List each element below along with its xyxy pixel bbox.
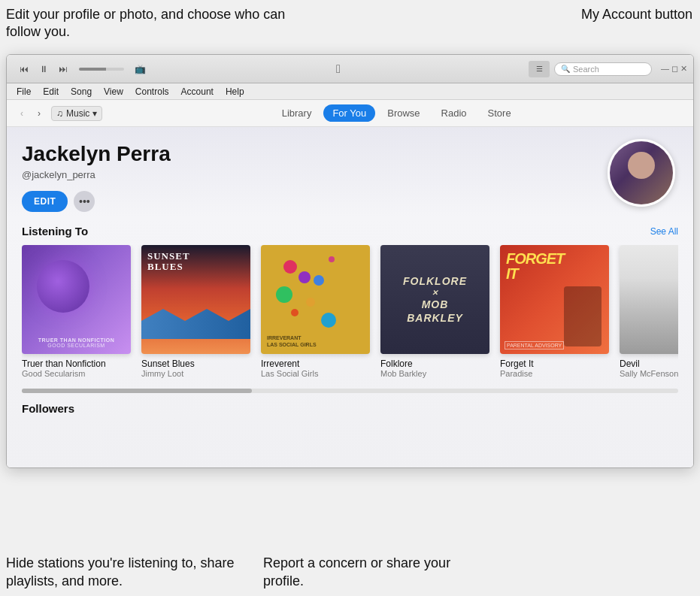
menu-song[interactable]: Song xyxy=(65,85,97,98)
avatar-image xyxy=(610,141,673,204)
horizontal-scrollbar[interactable] xyxy=(22,389,678,393)
album-art-truer: TRUER THAN NONFICTIONGOOD SECULARISM xyxy=(22,245,131,354)
rewind-button[interactable]: ⏮ xyxy=(16,62,32,76)
profile-buttons: EDIT ••• xyxy=(22,191,678,212)
chevron-down-icon: ▾ xyxy=(92,108,97,119)
tab-for-you[interactable]: For You xyxy=(323,104,375,122)
profile-handle: @jackelyn_perra xyxy=(22,169,678,180)
search-input[interactable]: Search xyxy=(573,65,599,74)
menu-file[interactable]: File xyxy=(11,85,36,98)
album-artist: Jimmy Loot xyxy=(141,369,250,378)
annotation-top-right: My Account button xyxy=(542,6,692,23)
listening-to-title: Listening To xyxy=(22,225,88,237)
album-artist: Las Social Girls xyxy=(261,369,370,378)
profile-name: Jackelyn Perra xyxy=(22,142,678,166)
music-note-icon: ♫ xyxy=(56,108,63,119)
list-item[interactable]: TRUER THAN NONFICTIONGOOD SECULARISM Tru… xyxy=(22,245,131,378)
title-bar: ⏮ ⏸ ⏭ 📺  ☰ 🔍 Search — ◻ ✕ xyxy=(7,55,693,83)
list-item[interactable]: DEVIL Sally McF... Devil Sally McFenson xyxy=(620,245,678,378)
profile-section: Jackelyn Perra @jackelyn_perra EDIT ••• xyxy=(7,127,693,225)
album-title: Irreverent xyxy=(261,359,370,369)
album-title: Devil xyxy=(620,359,678,369)
list-item[interactable]: FOLKLORE ✕ MOBBARKLEY Folklore Mob Barkl… xyxy=(380,245,489,378)
section-header: Listening To See All xyxy=(22,225,678,237)
more-button[interactable]: ••• xyxy=(74,191,95,212)
album-artist: Paradise xyxy=(500,369,609,378)
list-item[interactable]: FORGETIT PARENTAL ADVISORY Forget It Par… xyxy=(500,245,609,378)
edit-button[interactable]: EDIT xyxy=(22,191,68,212)
album-title: Sunset Blues xyxy=(141,359,250,369)
album-grid: TRUER THAN NONFICTIONGOOD SECULARISM Tru… xyxy=(22,245,678,378)
annotation-bottom-right: Report a concern or share your profile. xyxy=(263,555,459,590)
tab-browse[interactable]: Browse xyxy=(378,104,429,122)
tab-library[interactable]: Library xyxy=(273,104,321,122)
listening-section: Listening To See All TRUER THAN NONFICTI… xyxy=(7,225,693,386)
list-item[interactable]: IRREVERANTLAS SOCIAL GIRLS Irreverent La… xyxy=(261,245,370,378)
menu-controls[interactable]: Controls xyxy=(130,85,174,98)
album-art-sunset: SUNSETBLUES xyxy=(141,245,250,354)
window-controls: — ◻ ✕ xyxy=(661,64,687,74)
album-artist: Good Secularism xyxy=(22,369,131,378)
followers-title: Followers xyxy=(22,402,678,415)
album-title: Truer than Nonfiction xyxy=(22,359,131,369)
close-button[interactable]: ✕ xyxy=(680,64,687,74)
nav-tabs: Library For You Browse Radio Store xyxy=(107,104,686,122)
scrollbar-thumb[interactable] xyxy=(22,389,252,393)
back-button[interactable]: ‹ xyxy=(14,106,29,121)
album-title: Forget It xyxy=(500,359,609,369)
menu-bar: File Edit Song View Controls Account Hel… xyxy=(7,83,693,100)
content-area[interactable]: Jackelyn Perra @jackelyn_perra EDIT ••• … xyxy=(7,127,693,467)
transport-controls: ⏮ ⏸ ⏭ xyxy=(16,62,71,76)
followers-section: Followers xyxy=(7,396,693,415)
search-area[interactable]: 🔍 Search xyxy=(554,62,652,76)
nav-bar: ‹ › ♫ Music ▾ Library For You Browse Rad… xyxy=(7,100,693,127)
album-art-irreverent: IRREVERANTLAS SOCIAL GIRLS xyxy=(261,245,370,354)
tab-store[interactable]: Store xyxy=(479,104,520,122)
menu-view[interactable]: View xyxy=(98,85,129,98)
menu-help[interactable]: Help xyxy=(220,85,250,98)
menu-edit[interactable]: Edit xyxy=(38,85,64,98)
maximize-button[interactable]: ◻ xyxy=(671,64,678,74)
apple-logo:  xyxy=(153,62,524,76)
annotation-bottom-left: Hide stations you're listening to, share… xyxy=(6,555,239,590)
menu-account[interactable]: Account xyxy=(176,85,219,98)
album-art-devil: DEVIL Sally McF... xyxy=(620,245,678,354)
list-item[interactable]: SUNSETBLUES Sunset Blues Jimmy Loot xyxy=(141,245,250,378)
forward-nav-button[interactable]: › xyxy=(32,106,47,121)
album-art-folklore: FOLKLORE ✕ MOBBARKLEY xyxy=(380,245,489,354)
minimize-button[interactable]: — xyxy=(661,64,669,74)
tab-radio[interactable]: Radio xyxy=(432,104,476,122)
pause-button[interactable]: ⏸ xyxy=(35,62,52,76)
album-title: Folklore xyxy=(380,359,489,369)
nav-arrows: ‹ › xyxy=(14,106,47,121)
itunes-window: ⏮ ⏸ ⏭ 📺  ☰ 🔍 Search — ◻ ✕ File Edit Son… xyxy=(6,54,694,468)
volume-slider[interactable] xyxy=(79,68,124,71)
album-artist: Sally McFenson xyxy=(620,369,678,378)
playlist-button[interactable]: ☰ xyxy=(529,61,550,77)
forward-button[interactable]: ⏭ xyxy=(55,62,71,76)
annotation-top-left: Edit your profile or photo, and choose w… xyxy=(6,6,292,41)
music-selector[interactable]: ♫ Music ▾ xyxy=(51,106,102,121)
avatar xyxy=(608,139,675,207)
album-art-forgetit: FORGETIT PARENTAL ADVISORY xyxy=(500,245,609,354)
see-all-button[interactable]: See All xyxy=(650,226,678,237)
airplay-button[interactable]: 📺 xyxy=(132,62,148,76)
search-icon: 🔍 xyxy=(561,65,570,73)
album-artist: Mob Barkley xyxy=(380,369,489,378)
